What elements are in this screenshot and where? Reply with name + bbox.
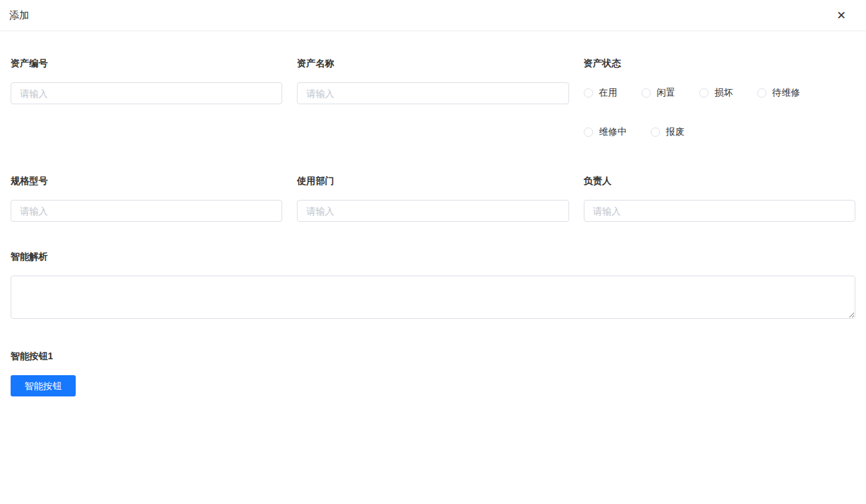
radio-option-scrapped[interactable]: 报废 [651,127,685,137]
radio-option-idle[interactable]: 闲置 [642,88,675,98]
form-row-3: 智能解析 [11,250,855,321]
field-smart-parse: 智能解析 [11,250,855,321]
modal-body: 资产编号 资产名称 资产状态 在用 闲置 [0,31,866,396]
person-in-charge-label: 负责人 [584,174,855,187]
form-row-1: 资产编号 资产名称 资产状态 在用 闲置 [11,56,855,137]
spec-model-label: 规格型号 [11,174,282,187]
radio-option-damaged[interactable]: 损坏 [699,88,733,98]
field-asset-status: 资产状态 在用 闲置 损坏 [584,56,855,137]
radio-icon [757,88,766,98]
radio-icon [642,88,651,98]
asset-name-label: 资产名称 [297,56,568,70]
person-in-charge-input[interactable] [584,200,855,222]
radio-icon [584,127,593,137]
field-asset-number: 资产编号 [11,56,282,137]
add-asset-modal: 添加 ✕ 资产编号 资产名称 资产状态 在用 [0,0,866,396]
asset-status-label: 资产状态 [584,56,855,70]
department-input[interactable] [297,200,568,222]
field-department: 使用部门 [297,174,568,222]
department-label: 使用部门 [297,174,568,187]
form-row-4: 智能按钮1 智能按钮 [11,349,855,396]
radio-option-in-use[interactable]: 在用 [584,88,618,98]
field-smart-button: 智能按钮1 智能按钮 [11,349,855,396]
smart-button[interactable]: 智能按钮 [11,375,76,396]
radio-icon [584,88,593,98]
spec-model-input[interactable] [11,200,282,222]
field-asset-name: 资产名称 [297,56,568,137]
smart-parse-label: 智能解析 [11,250,855,263]
radio-option-under-repair[interactable]: 维修中 [584,127,627,137]
asset-status-radio-group: 在用 闲置 损坏 待维修 [584,82,855,137]
modal-title: 添加 [9,9,29,22]
form-row-2: 规格型号 使用部门 负责人 [11,174,855,222]
asset-number-label: 资产编号 [11,56,282,70]
asset-name-input[interactable] [297,82,568,104]
radio-icon [699,88,709,98]
radio-icon [651,127,660,137]
field-spec-model: 规格型号 [11,174,282,222]
radio-option-pending-repair[interactable]: 待维修 [757,88,800,98]
smart-button-field-label: 智能按钮1 [11,349,855,363]
smart-parse-textarea[interactable] [11,276,855,319]
modal-header: 添加 ✕ [0,0,866,31]
close-icon[interactable]: ✕ [834,7,849,24]
asset-number-input[interactable] [11,82,282,104]
field-person-in-charge: 负责人 [584,174,855,222]
